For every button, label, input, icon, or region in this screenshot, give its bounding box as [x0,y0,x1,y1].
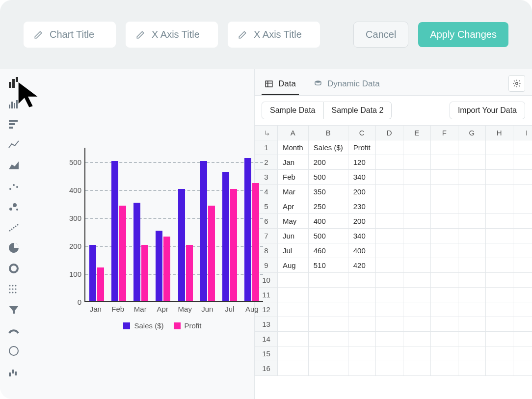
cell[interactable] [513,258,532,273]
cell[interactable] [308,332,348,346]
apply-changes-button[interactable]: Apply Changes [418,22,508,47]
cell[interactable]: Aug [278,258,309,273]
x-axis-title-input[interactable]: X Axis Title [126,22,218,48]
cell[interactable] [308,346,348,361]
cell[interactable]: 500 [308,229,348,243]
col-header[interactable]: B [308,126,348,140]
cell[interactable] [430,155,458,170]
cell[interactable] [430,258,458,273]
col-header[interactable]: I [513,126,532,140]
cell[interactable] [348,332,375,346]
cell[interactable] [403,170,430,185]
cell[interactable] [458,243,485,258]
cell[interactable] [458,214,485,229]
cell[interactable] [430,185,458,199]
cell[interactable]: 400 [308,214,348,229]
cell[interactable] [485,317,513,332]
settings-button[interactable] [508,75,525,92]
cell[interactable] [348,317,375,332]
row-header[interactable]: 16 [255,361,278,376]
cell[interactable] [458,199,485,214]
heatmap-icon[interactable] [7,282,21,296]
cell[interactable] [403,229,430,243]
cell[interactable]: 460 [308,243,348,258]
cell[interactable]: Mar [278,185,309,199]
cell[interactable] [430,332,458,346]
cell[interactable] [458,273,485,288]
cell[interactable] [485,243,513,258]
cell[interactable]: 230 [348,199,375,214]
cell[interactable] [348,361,375,376]
cell[interactable] [485,185,513,199]
cell[interactable] [403,155,430,170]
cell[interactable] [485,170,513,185]
cell[interactable] [430,346,458,361]
x-axis-title-input-2[interactable]: X Axis Title [228,22,320,48]
cell[interactable] [458,317,485,332]
cell[interactable] [278,302,309,317]
cell[interactable]: 250 [308,199,348,214]
cell[interactable] [278,273,309,288]
waterfall-icon[interactable] [7,365,21,378]
tab-data[interactable]: Data [262,74,299,95]
tab-dynamic-data[interactable]: Dynamic Data [311,74,383,95]
cell[interactable] [348,273,375,288]
cell[interactable] [375,273,403,288]
cell[interactable] [513,346,532,361]
cell[interactable] [458,170,485,185]
cell[interactable] [375,199,403,214]
cell[interactable] [430,170,458,185]
cell[interactable] [348,302,375,317]
cell[interactable] [403,185,430,199]
cell[interactable] [403,361,430,376]
col-header[interactable]: G [458,126,485,140]
cell[interactable]: Month [278,140,309,155]
cell[interactable] [375,140,403,155]
cell[interactable] [485,332,513,346]
cell[interactable] [375,302,403,317]
cell[interactable] [458,361,485,376]
cell[interactable]: 420 [348,258,375,273]
cell[interactable] [375,214,403,229]
cell[interactable] [430,317,458,332]
cell[interactable] [375,346,403,361]
cell[interactable] [513,170,532,185]
cell[interactable] [513,140,532,155]
cell[interactable]: Jan [278,155,309,170]
funnel-icon[interactable] [7,303,21,317]
cell[interactable] [375,361,403,376]
cell[interactable] [485,273,513,288]
cell[interactable] [513,317,532,332]
cell[interactable] [430,273,458,288]
cell[interactable] [513,155,532,170]
cell[interactable]: Profit [348,140,375,155]
cell[interactable] [375,243,403,258]
sample-data-button[interactable]: Sample Data [262,102,324,119]
cell[interactable] [458,332,485,346]
cell[interactable] [278,288,309,302]
cell[interactable] [430,229,458,243]
cell[interactable] [430,199,458,214]
row-header[interactable]: 15 [255,346,278,361]
cell[interactable] [403,243,430,258]
col-header[interactable]: A [278,126,309,140]
cell[interactable]: 200 [348,185,375,199]
cell[interactable] [513,214,532,229]
cell[interactable] [403,214,430,229]
cell[interactable]: 200 [348,214,375,229]
cell[interactable] [403,317,430,332]
cell[interactable]: Apr [278,199,309,214]
cell[interactable] [308,302,348,317]
col-header[interactable]: C [348,126,375,140]
corner-cell[interactable] [255,126,278,140]
cell[interactable] [458,140,485,155]
cell[interactable] [375,288,403,302]
cell[interactable] [430,361,458,376]
cell[interactable] [375,332,403,346]
cell[interactable] [278,361,309,376]
cell[interactable] [308,288,348,302]
donut-chart-icon[interactable] [7,262,21,275]
cell[interactable] [403,199,430,214]
cell[interactable] [430,243,458,258]
scatter-chart-icon[interactable] [7,179,21,193]
